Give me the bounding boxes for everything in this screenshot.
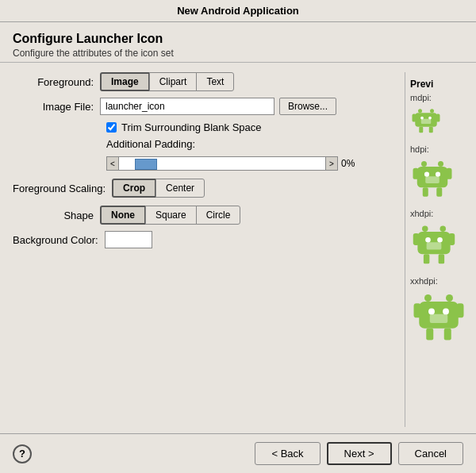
android-icon-hdpi [410, 156, 455, 200]
tab-clipart[interactable]: Clipart [149, 72, 198, 91]
image-file-row: Image File: Browse... [13, 98, 392, 115]
svg-rect-39 [430, 314, 448, 323]
main-content: Configure Launcher Icon Configure the at… [0, 22, 476, 433]
slider-right-arrow[interactable]: > [325, 156, 338, 171]
xxhdpi-label: xxhdpi: [410, 276, 471, 286]
svg-point-20 [422, 226, 428, 233]
svg-rect-14 [447, 168, 452, 179]
back-button[interactable]: < Back [255, 442, 320, 465]
svg-point-18 [436, 172, 440, 177]
preview-xxhdpi: xxhdpi: [410, 276, 471, 347]
svg-point-0 [418, 109, 422, 113]
foreground-tabs: Image Clipart Text [100, 72, 234, 91]
svg-rect-35 [426, 329, 433, 340]
svg-rect-6 [429, 127, 433, 133]
title-bar: New Android Application [0, 0, 476, 22]
scaling-label: Foreground Scaling: [13, 183, 112, 194]
footer-right: < Back Next > Cancel [255, 442, 463, 465]
svg-point-27 [425, 237, 431, 243]
svg-point-21 [440, 226, 447, 233]
svg-rect-24 [449, 233, 455, 245]
scaling-center-btn[interactable]: Center [155, 179, 205, 198]
svg-rect-26 [439, 254, 445, 263]
next-button[interactable]: Next > [327, 442, 392, 465]
svg-rect-29 [427, 242, 442, 249]
preview-title: Previ [410, 79, 433, 90]
android-icon-mdpi [410, 104, 442, 136]
background-color-label: Background Color: [13, 234, 105, 246]
svg-rect-25 [424, 254, 430, 263]
svg-point-10 [421, 161, 427, 167]
help-button[interactable]: ? [13, 444, 32, 463]
image-file-input[interactable] [100, 98, 274, 115]
background-color-swatch[interactable] [105, 231, 152, 248]
foreground-label: Foreground: [13, 76, 100, 88]
svg-point-30 [424, 294, 432, 302]
svg-point-28 [437, 237, 443, 243]
shape-square-btn[interactable]: Square [145, 206, 197, 225]
shape-label: Shape [13, 210, 100, 221]
svg-rect-33 [414, 303, 421, 317]
svg-point-1 [430, 109, 434, 113]
content-area: Foreground: Image Clipart Text Image Fil… [0, 66, 476, 433]
preview-panel: Previ mdpi: [405, 72, 476, 427]
svg-rect-16 [436, 187, 442, 196]
background-color-row: Background Color: [13, 231, 392, 248]
shape-circle-btn[interactable]: Circle [196, 206, 241, 225]
shape-none-btn[interactable]: None [100, 206, 146, 225]
trim-checkbox[interactable] [106, 122, 117, 133]
svg-rect-23 [413, 233, 420, 245]
slider-thumb [135, 159, 157, 170]
scaling-crop-btn[interactable]: Crop [112, 179, 156, 198]
additional-padding-label: Additional Padding: [106, 138, 195, 150]
svg-rect-34 [457, 303, 464, 317]
svg-point-37 [428, 308, 435, 314]
preview-mdpi: mdpi: [410, 93, 471, 138]
slider-left-arrow[interactable]: < [106, 156, 119, 171]
scaling-row: Foreground Scaling: Crop Center [13, 179, 392, 198]
preview-xhdpi: xhdpi: [410, 209, 471, 270]
preview-hdpi: hdpi: [410, 144, 471, 202]
browse-button[interactable]: Browse... [279, 98, 336, 115]
footer-left: ? [13, 444, 32, 463]
form-panel: Foreground: Image Clipart Text Image Fil… [0, 72, 405, 427]
tab-image[interactable]: Image [100, 72, 150, 91]
padding-label-row: Additional Padding: [106, 138, 392, 150]
page-heading: Configure Launcher Icon [13, 32, 463, 46]
svg-point-31 [446, 294, 453, 302]
svg-rect-5 [419, 127, 423, 133]
android-icon-xxhdpi [410, 287, 467, 344]
svg-point-11 [438, 161, 443, 167]
mdpi-label: mdpi: [410, 93, 471, 102]
padding-slider-row: < > 0% [106, 156, 392, 171]
svg-point-17 [424, 172, 429, 177]
hdpi-label: hdpi: [410, 144, 471, 154]
svg-rect-4 [436, 114, 440, 122]
title-text: New Android Application [177, 5, 299, 17]
svg-rect-3 [413, 114, 416, 122]
svg-rect-13 [413, 168, 419, 179]
header: Configure Launcher Icon Configure the at… [0, 22, 476, 62]
scaling-buttons: Crop Center [112, 179, 205, 198]
svg-point-38 [443, 308, 449, 314]
android-icon-xhdpi [410, 220, 458, 267]
trim-label: Trim Surrounding Blank Space [121, 121, 262, 133]
shape-buttons: None Square Circle [100, 206, 240, 225]
svg-rect-36 [444, 329, 451, 340]
xhdpi-label: xhdpi: [410, 209, 471, 218]
slider-track[interactable] [119, 156, 325, 171]
page-subtext: Configure the attributes of the icon set [13, 48, 463, 59]
tab-text[interactable]: Text [196, 72, 234, 91]
footer: ? < Back Next > Cancel [0, 433, 476, 473]
svg-rect-9 [421, 119, 432, 124]
image-file-label: Image File: [13, 101, 100, 113]
trim-row: Trim Surrounding Blank Space [106, 121, 392, 133]
foreground-row: Foreground: Image Clipart Text [13, 72, 392, 91]
svg-rect-19 [425, 176, 440, 183]
slider-pct: 0% [341, 158, 355, 169]
separator [0, 62, 476, 63]
svg-rect-15 [423, 187, 428, 196]
shape-row: Shape None Square Circle [13, 206, 392, 225]
cancel-button[interactable]: Cancel [398, 442, 463, 465]
